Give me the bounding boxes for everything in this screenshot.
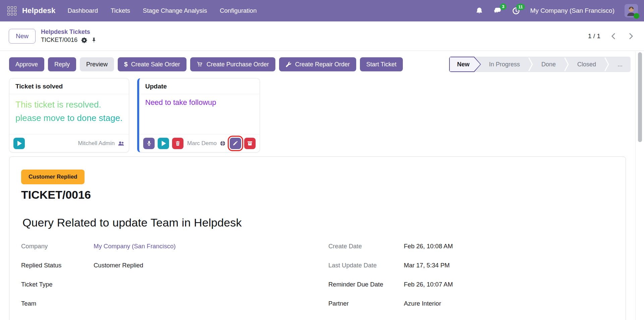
vertical-scrollbar[interactable] [635, 51, 644, 320]
reply-button[interactable]: Reply [48, 57, 76, 71]
ticket-subject[interactable]: Query Related to update Team in Helpdesk [21, 216, 614, 229]
stage-separator [528, 57, 533, 72]
field-last-update-date: Last Update Date Mar 17, 5:34 PM [328, 262, 614, 281]
preview-button[interactable]: Preview [80, 57, 114, 71]
play-audio-button[interactable] [13, 138, 25, 149]
pager-count: 1 / 1 [588, 33, 600, 40]
note-body: This ticket is resolved. please move to … [9, 94, 129, 134]
edit-pencil-button[interactable] [230, 138, 241, 149]
company-link[interactable]: My Company (San Francisco) [94, 243, 328, 251]
ticket-reference[interactable]: TICKET/0016 [21, 188, 614, 201]
stage-done[interactable]: Done [533, 57, 564, 72]
field-team: Team [21, 300, 328, 319]
customer-replied-badge: Customer Replied [21, 170, 85, 184]
stage-pipeline: New In Progress Done Closed ... [449, 57, 631, 72]
dollar-icon: $ [124, 61, 128, 68]
messages-icon[interactable]: 3 [493, 6, 502, 15]
wrench-icon [285, 61, 292, 68]
globe-icon [219, 140, 226, 147]
menu-tickets[interactable]: Tickets [111, 7, 130, 14]
stage-separator [564, 57, 569, 72]
create-purchase-order-button[interactable]: Create Purchase Order [190, 57, 275, 71]
chevron-right-icon[interactable] [627, 32, 635, 41]
create-sale-order-button[interactable]: $ Create Sale Order [118, 57, 186, 71]
cart-icon [197, 61, 203, 68]
microphone-button[interactable] [143, 138, 155, 149]
gear-icon[interactable] [81, 37, 88, 44]
approve-button[interactable]: Approve [9, 57, 44, 71]
play-icon [17, 141, 22, 146]
user-avatar[interactable] [625, 4, 638, 17]
stage-separator [604, 57, 609, 72]
action-toolbar: Approve Reply Preview $ Create Sale Orde… [0, 51, 644, 72]
create-repair-order-button[interactable]: Create Repair Order [279, 57, 356, 71]
start-ticket-button[interactable]: Start Ticket [360, 57, 403, 71]
control-panel: New Helpdesk Tickets TICKET/0016 1 / 1 [0, 21, 644, 51]
ticket-form-sheet: Customer Replied TICKET/0016 Query Relat… [9, 156, 626, 320]
people-group-icon [117, 140, 125, 147]
activities-clock-icon[interactable]: 11 [512, 7, 520, 15]
field-company: Company My Company (San Francisco) [21, 243, 328, 262]
menu-dashboard[interactable]: Dashboard [67, 7, 98, 14]
stage-new[interactable]: New [449, 57, 481, 72]
helpdesk-ticket-page: Helpdesk Dashboard Tickets Stage Change … [0, 0, 644, 320]
note-body: Need to take followup [139, 94, 260, 134]
note-card-update: Update Need to take followup Marc Demo [137, 78, 260, 152]
new-record-button[interactable]: New [9, 29, 36, 44]
chevron-left-icon[interactable] [609, 32, 618, 41]
stage-more[interactable]: ... [609, 57, 631, 72]
note-author: Marc Demo [187, 140, 226, 147]
breadcrumb-parent-link[interactable]: Helpdesk Tickets [41, 28, 97, 36]
field-grid: Company My Company (San Francisco) Repli… [21, 243, 614, 320]
play-audio-button[interactable] [158, 138, 169, 149]
play-icon [162, 141, 166, 146]
note-title: Ticket is solved [9, 78, 129, 94]
note-footer: Mitchell Admin [9, 134, 129, 152]
archive-button[interactable] [244, 138, 256, 149]
record-pager: 1 / 1 [588, 32, 635, 41]
top-navbar: Helpdesk Dashboard Tickets Stage Change … [0, 0, 644, 21]
field-create-date: Create Date Feb 26, 10:08 AM [328, 243, 614, 262]
bell-icon[interactable] [476, 7, 483, 14]
field-reminder-due-date: Reminder Due Date Feb 26, 10:07 AM [328, 281, 614, 300]
menu-stage-change-analysis[interactable]: Stage Change Analysis [143, 7, 207, 14]
activities-count-badge: 11 [516, 4, 525, 10]
apps-grid-icon[interactable] [7, 6, 17, 16]
company-switcher[interactable]: My Company (San Francisco) [530, 7, 614, 14]
field-replied-status: Replied Status Customer Replied [21, 262, 328, 281]
stage-closed[interactable]: Closed [569, 57, 604, 72]
pin-icon[interactable] [91, 37, 97, 43]
stage-in-progress[interactable]: In Progress [481, 57, 528, 72]
note-footer: Marc Demo [139, 134, 260, 152]
scrollbar-thumb[interactable] [638, 52, 642, 142]
breadcrumb-current: TICKET/0016 [41, 37, 77, 44]
fields-right-column: Create Date Feb 26, 10:08 AM Last Update… [328, 243, 614, 320]
field-ticket-type: Ticket Type [21, 281, 328, 300]
note-cards-row: Ticket is solved This ticket is resolved… [0, 72, 644, 152]
messages-count-badge: 3 [500, 3, 506, 10]
main-menu: Dashboard Tickets Stage Change Analysis … [67, 7, 257, 14]
navbar-systray: 3 11 My Company (San Francisco) [476, 4, 638, 17]
online-status-dot [634, 13, 639, 19]
note-author: Mitchell Admin [78, 140, 125, 147]
field-partner: Partner Azure Interior [328, 300, 614, 319]
app-title: Helpdesk [22, 6, 55, 15]
action-buttons: Approve Reply Preview $ Create Sale Orde… [9, 57, 403, 71]
fields-left-column: Company My Company (San Francisco) Repli… [21, 243, 328, 320]
note-card-ticket-solved: Ticket is solved This ticket is resolved… [9, 78, 129, 152]
note-title: Update [139, 78, 260, 94]
trash-button[interactable] [172, 138, 183, 149]
menu-configuration[interactable]: Configuration [220, 7, 257, 14]
breadcrumb: Helpdesk Tickets TICKET/0016 [41, 28, 97, 44]
